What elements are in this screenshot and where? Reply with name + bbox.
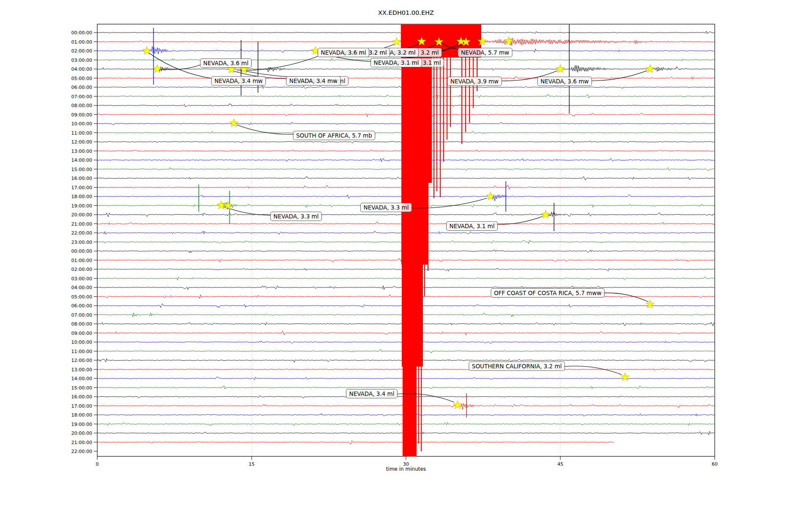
event-annotation: NEVADA, 3.9 mw <box>447 77 502 86</box>
y-tick-label: 06:00:00 <box>71 85 92 90</box>
y-tick-label: 21:00:00 <box>71 440 92 445</box>
y-tick-label: 05:00:00 <box>71 76 92 81</box>
y-tick-label: 18:00:00 <box>71 194 92 199</box>
annotation-arrow-7 <box>225 207 276 215</box>
y-tick-label: 09:00:00 <box>71 112 92 118</box>
y-tick-label: 02:00:00 <box>71 48 92 54</box>
y-tick-label: 09:00:00 <box>71 331 92 336</box>
y-tick-label: 13:00:00 <box>71 367 92 373</box>
y-tick-label: 03:00:00 <box>71 276 92 282</box>
y-tick-label: 14:00:00 <box>71 157 92 163</box>
event-star-marker <box>646 65 654 73</box>
clipped-column-segment-2 <box>402 265 423 367</box>
event-annotation-text: NEVADA, 5.7 mw <box>461 49 509 56</box>
y-tick-label: 21:00:00 <box>71 221 92 227</box>
event-annotation: NEVADA, 3.4 mw <box>286 77 340 86</box>
y-tick-label: 16:00:00 <box>71 176 92 181</box>
event-annotation: NEVADA, 3.4 mw <box>211 77 266 86</box>
y-tick-label: 02:00:00 <box>71 267 92 272</box>
clipped-column-segment-1 <box>401 183 428 265</box>
y-tick-label: 04:00:00 <box>71 285 92 290</box>
event-annotation: OFF COAST OF COSTA RICA, 5.7 mww <box>491 289 604 298</box>
event-annotation-text: NEVADA, 3.4 ml <box>349 390 395 397</box>
y-tick-label: 06:00:00 <box>71 303 92 309</box>
y-tick-label: 00:00:00 <box>71 248 92 254</box>
y-tick-label: 01:00:00 <box>71 39 92 45</box>
x-tick-label: 45 <box>557 461 563 467</box>
event-star-marker <box>505 37 513 45</box>
x-tick-label: 15 <box>249 461 255 467</box>
y-tick-label: 16:00:00 <box>71 394 92 400</box>
annotation-arrow-6 <box>237 125 295 134</box>
event-star-marker <box>621 373 629 381</box>
y-tick-label: 01:00:00 <box>71 258 92 263</box>
event-annotation: SOUTHERN CALIFORNIA, 3.2 ml <box>469 362 565 371</box>
y-tick-label: 14:00:00 <box>71 376 92 381</box>
event-annotation-text: NEVADA, 3.4 mw <box>289 77 337 84</box>
event-star-marker <box>453 401 462 409</box>
event-annotation-text: SOUTH OF AFRICA, 5.7 mb <box>296 132 372 139</box>
event-annotation-text: NEVADA, 3.3 ml <box>364 204 409 211</box>
event-star-marker <box>230 119 238 127</box>
y-tick-label: 00:00:00 <box>71 30 92 36</box>
event-annotation: NEVADA, 3.6 mw <box>538 77 592 86</box>
event-annotation-text: NEVADA, 3.9 mw <box>450 78 499 85</box>
annotation-arrow-11 <box>563 366 622 375</box>
y-tick-label: 05:00:00 <box>71 294 92 300</box>
y-tick-label: 12:00:00 <box>71 358 92 363</box>
x-tick-label: 0 <box>96 461 99 467</box>
event-star-marker <box>153 65 162 73</box>
y-tick-label: 19:00:00 <box>71 422 92 427</box>
chart-title: XX.EDH01.00.EHZ <box>378 9 434 16</box>
y-tick-label: 12:00:00 <box>71 139 92 145</box>
event-annotation: SOUTH OF AFRICA, 5.7 mb <box>293 131 375 140</box>
event-annotation-text: NEVADA, 3.3 ml <box>274 213 319 220</box>
y-tick-label: 10:00:00 <box>71 121 92 127</box>
y-tick-label: 11:00:00 <box>71 349 92 354</box>
event-annotation-text: OFF COAST OF COSTA RICA, 5.7 mww <box>494 290 601 296</box>
y-tick-label: 22:00:00 <box>71 230 92 236</box>
event-annotation: NEVADA, 3.3 ml <box>271 212 322 221</box>
event-star-marker <box>143 47 151 55</box>
event-star-marker <box>486 192 495 200</box>
event-annotation: NEVADA, 3.1 ml <box>447 222 498 231</box>
event-annotation-text: NEVADA, 3.1 ml <box>374 59 419 66</box>
y-tick-label: 07:00:00 <box>71 312 92 318</box>
event-annotation: NEVADA, 3.3 ml <box>361 203 412 212</box>
y-tick-label: 10:00:00 <box>71 340 92 345</box>
x-tick-label: 60 <box>712 461 718 467</box>
event-annotation: NEVADA, 3.4 ml <box>346 389 398 398</box>
y-tick-label: 18:00:00 <box>71 412 92 418</box>
trace-row-45-21:00:00 <box>97 441 614 444</box>
event-annotation-text: NEVADA, 3.4 mw <box>214 77 263 84</box>
clipped-event-column <box>401 25 481 456</box>
clipped-column-segment-3 <box>403 367 417 456</box>
y-tick-label: 23:00:00 <box>71 240 92 245</box>
y-tick-label: 20:00:00 <box>71 431 92 436</box>
annotation-arrows <box>149 43 648 402</box>
helicorder-plot: XX.EDH01.00.EHZ NEVADA, 3.2 mlNEVADA, 3.… <box>0 0 812 508</box>
event-annotation: NEVADA, 5.7 mw <box>458 48 512 57</box>
annotation-arrow-10 <box>598 293 648 302</box>
event-star-markers <box>143 37 654 409</box>
y-tick-label: 04:00:00 <box>71 66 92 72</box>
event-star-marker <box>556 65 565 73</box>
y-tick-label: 17:00:00 <box>71 185 92 190</box>
event-annotation: NEVADA, 3.1 ml <box>371 58 422 67</box>
event-annotation-text: NEVADA, 3.6 ml <box>321 49 366 56</box>
event-annotation: NEVADA, 3.6 ml <box>318 48 369 57</box>
event-annotation-text: NEVADA, 3.6 mw <box>540 78 589 85</box>
y-tick-label: 07:00:00 <box>71 94 92 99</box>
x-axis-label: time in minutes <box>386 466 426 472</box>
y-tick-label: 17:00:00 <box>71 403 92 409</box>
annotation-arrow-9 <box>494 216 543 224</box>
y-tick-label: 19:00:00 <box>71 203 92 209</box>
annotation-arrow-5 <box>591 71 647 81</box>
y-tick-label: 22:00:00 <box>71 449 92 454</box>
event-annotation-text: NEVADA, 3.6 ml <box>203 60 249 66</box>
event-star-marker <box>541 210 550 218</box>
y-tick-label: 08:00:00 <box>71 321 92 327</box>
event-annotation-text: SOUTHERN CALIFORNIA, 3.2 ml <box>472 363 562 370</box>
y-tick-label: 03:00:00 <box>71 58 92 63</box>
helicorder-window: { "title": "XX.EDH01.00.EHZ", "axes": { … <box>0 0 812 508</box>
